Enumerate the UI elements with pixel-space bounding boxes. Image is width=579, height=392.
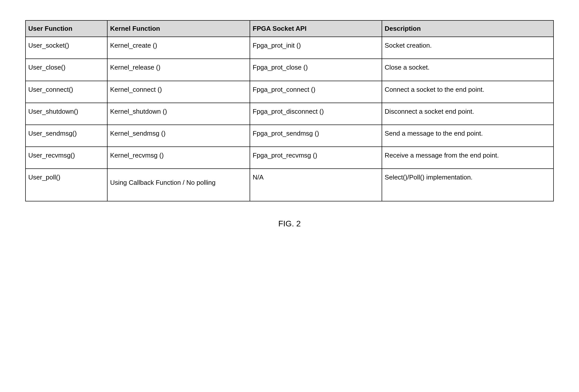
cell-fpga-socket-api: Fpga_prot_recvmsg () <box>250 147 382 169</box>
cell-kernel-function: Using Callback Function / No polling <box>107 169 250 201</box>
table-row: User_poll() Using Callback Function / No… <box>25 169 554 201</box>
header-user-function: User Function <box>25 20 107 37</box>
figure-caption: FIG. 2 <box>25 219 554 228</box>
table-row: User_shutdown() Kernel_shutdown () Fpga_… <box>25 103 554 125</box>
cell-description: Disconnect a socket end point. <box>382 103 554 125</box>
cell-fpga-socket-api: N/A <box>250 169 382 201</box>
cell-description: Send a message to the end point. <box>382 125 554 147</box>
cell-kernel-function: Kernel_shutdown () <box>107 103 250 125</box>
cell-user-function: User_recvmsg() <box>25 147 107 169</box>
function-mapping-table-container: User Function Kernel Function FPGA Socke… <box>25 20 554 201</box>
header-kernel-function: Kernel Function <box>107 20 250 37</box>
cell-user-function: User_connect() <box>25 81 107 103</box>
cell-user-function: User_shutdown() <box>25 103 107 125</box>
table-row: User_socket() Kernel_create () Fpga_prot… <box>25 37 554 59</box>
cell-kernel-function: Kernel_recvmsg () <box>107 147 250 169</box>
cell-fpga-socket-api: Fpga_prot_sendmsg () <box>250 125 382 147</box>
cell-description: Connect a socket to the end point. <box>382 81 554 103</box>
function-mapping-table: User Function Kernel Function FPGA Socke… <box>25 20 554 201</box>
cell-kernel-function: Kernel_connect () <box>107 81 250 103</box>
cell-user-function: User_sendmsg() <box>25 125 107 147</box>
header-description: Description <box>382 20 554 37</box>
cell-kernel-function: Kernel_create () <box>107 37 250 59</box>
cell-description: Select()/Poll() implementation. <box>382 169 554 201</box>
table-row: User_recvmsg() Kernel_recvmsg () Fpga_pr… <box>25 147 554 169</box>
cell-user-function: User_poll() <box>25 169 107 201</box>
header-fpga-socket-api: FPGA Socket API <box>250 20 382 37</box>
cell-fpga-socket-api: Fpga_prot_disconnect () <box>250 103 382 125</box>
cell-user-function: User_close() <box>25 59 107 81</box>
cell-user-function: User_socket() <box>25 37 107 59</box>
cell-kernel-function: Kernel_sendmsg () <box>107 125 250 147</box>
cell-fpga-socket-api: Fpga_prot_close () <box>250 59 382 81</box>
cell-description: Socket creation. <box>382 37 554 59</box>
cell-fpga-socket-api: Fpga_prot_connect () <box>250 81 382 103</box>
cell-description: Close a socket. <box>382 59 554 81</box>
cell-fpga-socket-api: Fpga_prot_init () <box>250 37 382 59</box>
table-row: User_close() Kernel_release () Fpga_prot… <box>25 59 554 81</box>
table-row: User_connect() Kernel_connect () Fpga_pr… <box>25 81 554 103</box>
cell-kernel-function: Kernel_release () <box>107 59 250 81</box>
table-row: User_sendmsg() Kernel_sendmsg () Fpga_pr… <box>25 125 554 147</box>
table-header-row: User Function Kernel Function FPGA Socke… <box>25 20 554 37</box>
cell-description: Receive a message from the end point. <box>382 147 554 169</box>
